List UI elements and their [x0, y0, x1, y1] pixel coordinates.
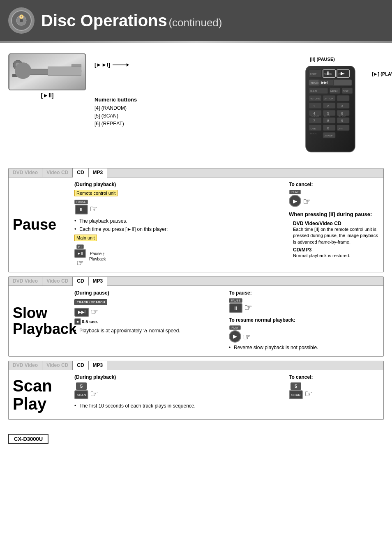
svg-rect-8 — [12, 74, 20, 77]
scan-name-area: Scan Play — [13, 374, 70, 415]
header-icon: 📀 — [8, 7, 35, 34]
svg-text:9: 9 — [341, 119, 343, 123]
num4-label: [4] (RANDOM) — [95, 105, 127, 111]
tab-cd-slow: CD — [73, 277, 88, 286]
pause-tabs: DVD Video Video CD CD MP3 — [9, 168, 383, 177]
play-btn-visual: ▶ — [289, 195, 301, 207]
svg-text:▶▶I: ▶▶I — [321, 81, 328, 85]
to-cancel-title: To cancel: — [289, 182, 379, 187]
svg-text:0: 0 — [327, 126, 329, 130]
scan-bullet-1: The first 10 seconds of each track plays… — [74, 403, 285, 410]
pause-body: Pause (During playback) Remote control u… — [9, 177, 383, 272]
scan-content: (During playback) 5 SCAN ☞ The first 10 … — [74, 374, 285, 415]
cancel-play-graphic: PLAY ▶ ☞ — [289, 190, 379, 207]
num6-label: [6] (REPEAT) — [95, 121, 124, 127]
scan-right: To cancel: 5 SCAN ☞ — [289, 374, 379, 415]
page-title: Disc Operations (continued) — [41, 12, 222, 30]
svg-text:8: 8 — [327, 119, 329, 123]
to-pause-title: To pause: — [229, 290, 379, 296]
pause-arrow-row: Pause ↑ — [90, 251, 105, 257]
scan-cancel-btn-stack: 5 SCAN — [289, 382, 303, 399]
svg-text:REPEAT: REPEAT — [338, 115, 346, 117]
pause-right: To cancel: PLAY ▶ ☞ When pressing [II] d… — [289, 182, 379, 268]
pause-bullet-2: Each time you press [►II] on this player… — [74, 226, 285, 233]
to-pause-area: To pause: PAUSE II ☞ — [229, 290, 379, 313]
svg-text:II: II — [327, 71, 330, 76]
slow-hand-icon: ☞ — [91, 307, 98, 317]
play-callout: [►] (PLAY) — [372, 71, 392, 76]
slow-tabs: DVD Video Video CD CD MP3 — [9, 277, 383, 286]
svg-text:SCAN: SCAN — [324, 115, 330, 117]
svg-point-2 — [20, 19, 23, 22]
pause-hand-slow: ☞ — [244, 302, 252, 313]
main-unit-label-area: Main unit — [74, 235, 285, 243]
device-play-pause-label: [►II] — [41, 92, 54, 99]
diagram-section: [►II] [►►I] Numeric buttons [4] (RANDOM)… — [8, 49, 384, 161]
scan-cancel-number-badge: 5 — [291, 382, 301, 390]
slow-btn-graphic: ▶▶I ☞ — [74, 307, 225, 317]
svg-rect-10 — [71, 64, 81, 68]
pause-name-area: Pause — [13, 182, 70, 268]
scan-btn-visual: SCAN — [74, 390, 88, 399]
scan-section: DVD Video Video CD CD MP3 Scan Play (Dur… — [8, 361, 384, 420]
svg-rect-5 — [25, 69, 69, 75]
tab-cd-scan: CD — [73, 361, 88, 370]
pause-text-small: Pause — [90, 251, 101, 256]
tab-dvd-video-pause: DVD Video — [9, 168, 42, 177]
pause-section: DVD Video Video CD CD MP3 Pause (During … — [8, 168, 384, 272]
resume-hand-icon: ☞ — [243, 332, 251, 343]
pause-btn-visual-slow: II — [229, 303, 242, 313]
slow-bullet-2: Reverse slow playback is not possible. — [229, 344, 379, 351]
scan-during-label: (During playback) — [74, 374, 285, 380]
scan-cancel-btn-visual: SCAN — [289, 390, 303, 399]
cd-text: Normal playback is restored. — [293, 253, 379, 259]
scan-tabs: DVD Video Video CD CD MP3 — [9, 361, 383, 370]
dvd-text: Each time [II] on the remote control uni… — [293, 226, 379, 245]
svg-rect-11 — [71, 70, 81, 72]
svg-text:▶: ▶ — [341, 71, 344, 76]
svg-text:MULTI: MULTI — [310, 90, 317, 92]
slow-section: DVD Video Video CD CD MP3 Slow Playback … — [8, 276, 384, 357]
pause-button-graphic: PAUSE II ☞ — [74, 200, 285, 214]
svg-text:1: 1 — [313, 104, 315, 108]
slow-right: To pause: PAUSE II ☞ To resume normal pl… — [229, 290, 379, 352]
scan-number-badge: 5 — [76, 382, 87, 390]
tab-cd-pause: CD — [73, 168, 88, 177]
tab-dvd-video-scan: DVD Video — [9, 361, 42, 370]
playback-text-small: Playback — [89, 257, 106, 261]
svg-marker-13 — [127, 63, 129, 67]
play-pause-btn-visual: ►II — [74, 249, 86, 258]
model-number: CX-D3000U — [8, 434, 48, 444]
tab-video-cd-slow: Video CD — [42, 277, 73, 286]
to-cancel-scan-title: To cancel: — [289, 374, 379, 380]
scan-cancel-graphic: 5 SCAN ☞ — [289, 382, 379, 399]
svg-point-6 — [13, 60, 23, 70]
pause-btn-graphic-slow: PAUSE II ☞ — [229, 298, 379, 313]
pause-content: (During playback) Remote control unit PA… — [74, 182, 285, 268]
pause-play-arrows: Pause ↑ Playback — [89, 251, 106, 261]
scan-btn-graphic: 5 SCAN ☞ — [74, 382, 285, 399]
slow-bullet-1: Playback is at approximately ¹⁄₃ normal … — [74, 327, 225, 334]
scan-cancel-hand-icon: ☞ — [304, 389, 313, 399]
scan-title: Scan Play — [13, 377, 70, 413]
device-image — [8, 53, 86, 90]
svg-text:OSD: OSD — [311, 127, 316, 130]
play-arrow-row: Playback — [89, 257, 106, 261]
svg-text:RETURN: RETURN — [310, 97, 320, 100]
pause-label-small: PAUSE — [74, 200, 88, 204]
svg-text:DISP: DISP — [343, 90, 348, 92]
svg-rect-37 — [337, 95, 349, 101]
scan-body: Scan Play (During playback) 5 SCAN ☞ The… — [9, 370, 383, 419]
slow-name-area: Slow Playback — [13, 290, 70, 352]
pp-btn-area: ►II ►II ☞ — [74, 244, 86, 268]
middle-labels: [►►I] Numeric buttons [4] (RANDOM) [5] (… — [95, 53, 293, 128]
play-btn-visual-slow: ▶ — [229, 330, 241, 343]
cd-subtitle: CD/MP3 — [293, 247, 379, 253]
scan-hand-icon: ☞ — [90, 389, 98, 399]
device-image-area: [►II] — [8, 53, 86, 99]
svg-rect-9 — [21, 74, 25, 77]
tab-mp3-slow: MP3 — [89, 277, 108, 286]
play-btn-stack: PLAY ▶ — [289, 190, 301, 207]
tab-video-cd-scan: Video CD — [42, 361, 73, 370]
svg-text:7: 7 — [313, 119, 315, 123]
